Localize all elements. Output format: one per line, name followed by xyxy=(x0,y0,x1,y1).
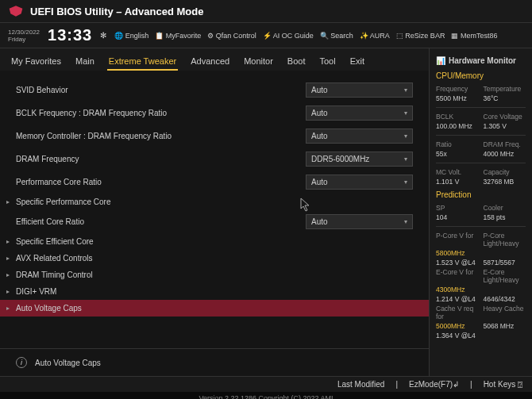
rog-logo xyxy=(8,3,24,19)
toplink-myfavorite[interactable]: 📋 MyFavorite xyxy=(155,32,201,40)
hwmon-title: 📊 Hardware Monitor xyxy=(436,56,526,65)
tab-bar: My FavoritesMainExtreme TweakerAdvancedM… xyxy=(0,48,429,71)
toplink-qfan-control[interactable]: ⚙ Qfan Control xyxy=(207,32,256,40)
cpu-memory-title: CPU/Memory xyxy=(436,71,526,80)
day: Friday xyxy=(8,36,40,43)
setting-dram-timing-control[interactable]: DRAM Timing Control xyxy=(0,267,429,283)
toplink-ai-oc-guide[interactable]: ⚡ AI OC Guide xyxy=(263,32,314,40)
info-text: Auto Voltage Caps xyxy=(35,359,101,367)
dropdown[interactable]: Auto xyxy=(306,175,413,190)
setting-performance-core-ratio[interactable]: Performance Core RatioAuto xyxy=(0,171,429,194)
topbar: 12/30/2022 Friday 13:33 ✻ 🌐 English📋 MyF… xyxy=(0,23,532,48)
tab-main[interactable]: Main xyxy=(74,53,96,71)
dropdown[interactable]: Auto xyxy=(306,82,413,98)
header: UEFI BIOS Utility – Advanced Mode xyxy=(0,0,532,23)
tab-boot[interactable]: Boot xyxy=(286,53,307,71)
setting-efficient-core-ratio[interactable]: Efficient Core RatioAuto xyxy=(0,210,429,233)
setting-auto-voltage-caps[interactable]: Auto Voltage Caps xyxy=(0,300,429,317)
tab-monitor[interactable]: Monitor xyxy=(242,53,275,71)
setting-digi-vrm[interactable]: DIGI+ VRM xyxy=(0,283,429,300)
toplink-memtest86[interactable]: ▦ MemTest86 xyxy=(451,32,497,40)
hotkeys-button[interactable]: Hot Keys ⍰ xyxy=(484,380,522,389)
toplink-search[interactable]: 🔍 Search xyxy=(320,32,353,40)
clock: 13:33 xyxy=(48,26,92,44)
setting-memory-controller-dram-frequency-ratio[interactable]: Memory Controller : DRAM Frequency Ratio… xyxy=(0,125,429,148)
date-block: 12/30/2022 Friday xyxy=(8,29,40,43)
dropdown[interactable]: Auto xyxy=(306,129,413,144)
dropdown[interactable]: Auto xyxy=(306,214,413,229)
dropdown[interactable]: DDR5-6000MHz xyxy=(306,152,413,167)
prediction-title: Prediction xyxy=(436,190,526,199)
tab-exit[interactable]: Exit xyxy=(349,53,366,71)
toplink-resize-bar[interactable]: ⬚ ReSize BAR xyxy=(396,32,445,40)
tab-tool[interactable]: Tool xyxy=(318,53,337,71)
setting-svid-behavior[interactable]: SVID BehaviorAuto xyxy=(0,79,429,102)
info-bar: i Auto Voltage Caps xyxy=(0,348,429,376)
tab-extreme-tweaker[interactable]: Extreme Tweaker xyxy=(107,53,178,71)
date: 12/30/2022 xyxy=(8,29,40,36)
setting-bclk-frequency-dram-frequency-ratio[interactable]: BCLK Frequency : DRAM Frequency RatioAut… xyxy=(0,102,429,125)
version-text: Version 2.22.1286 Copyright (C) 2022 AMI xyxy=(0,392,532,399)
tab-my-favorites[interactable]: My Favorites xyxy=(10,53,63,71)
settings-panel: SVID BehaviorAutoBCLK Frequency : DRAM F… xyxy=(0,71,429,376)
setting-dram-frequency[interactable]: DRAM FrequencyDDR5-6000MHz xyxy=(0,148,429,171)
setting-specific-efficient-core[interactable]: Specific Efficient Core xyxy=(0,233,429,250)
setting-specific-performance-core[interactable]: Specific Performance Core xyxy=(0,194,429,210)
last-modified-button[interactable]: Last Modified xyxy=(337,380,384,389)
app-title: UEFI BIOS Utility – Advanced Mode xyxy=(30,6,203,17)
setting-avx-related-controls[interactable]: AVX Related Controls xyxy=(0,250,429,267)
info-icon: i xyxy=(16,357,27,368)
tab-advanced[interactable]: Advanced xyxy=(189,53,231,71)
footer-bar: Last Modified | EzMode(F7)↲ | Hot Keys ⍰ xyxy=(0,376,532,392)
settings-icon[interactable]: ✻ xyxy=(100,31,106,40)
hardware-monitor: 📊 Hardware Monitor CPU/Memory FrequencyT… xyxy=(429,48,532,376)
toplink-aura[interactable]: ✨ AURA xyxy=(360,32,390,40)
toplinks: 🌐 English📋 MyFavorite⚙ Qfan Control⚡ AI … xyxy=(114,32,497,40)
dropdown[interactable]: Auto xyxy=(306,106,413,121)
ezmode-button[interactable]: EzMode(F7)↲ xyxy=(409,380,459,389)
toplink-english[interactable]: 🌐 English xyxy=(114,32,148,40)
